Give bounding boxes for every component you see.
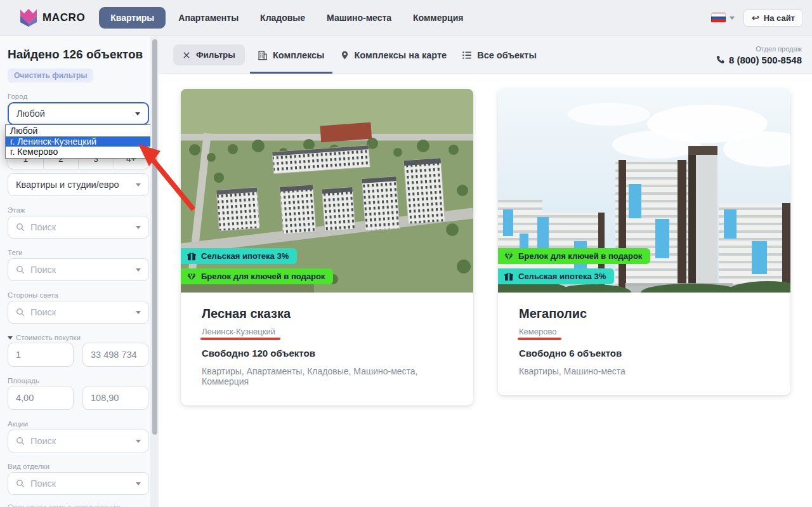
- clear-filters-button[interactable]: Очистить фильтры: [8, 69, 93, 82]
- return-arrow-icon: ↩: [752, 13, 759, 22]
- filters-sidebar: Найдено 126 объектов Очистить фильтры Го…: [0, 36, 151, 507]
- finish-label: Вид отделки: [8, 463, 150, 470]
- area-min-input[interactable]: 4,00: [8, 386, 74, 410]
- promo-badge-label: Сельская ипотека 3%: [201, 251, 289, 261]
- search-placeholder: Поиск: [30, 478, 56, 489]
- chevron-down-icon: [730, 16, 735, 20]
- collapse-caret-icon[interactable]: [8, 336, 13, 339]
- complex-photo: Брелок для ключей в подарок Сельская ипо…: [498, 89, 790, 293]
- search-placeholder: Поиск: [30, 436, 56, 446]
- complexes-list: Сельская ипотека 3% Брелок для ключей в …: [160, 74, 812, 507]
- nav-item-kladovye[interactable]: Кладовые: [251, 7, 314, 29]
- complex-card-lesnaya-skazka[interactable]: Сельская ипотека 3% Брелок для ключей в …: [181, 89, 473, 405]
- promo-badge: Сельская ипотека 3%: [498, 268, 614, 284]
- tab-all-objects[interactable]: Все объекты: [454, 36, 544, 74]
- price-min-input[interactable]: 1: [8, 343, 74, 367]
- floor-label: Этаж: [8, 206, 150, 214]
- search-placeholder: Поиск: [30, 265, 56, 275]
- price-max-input[interactable]: 33 498 734: [82, 343, 148, 367]
- sides-label: Стороны света: [8, 291, 150, 299]
- macro-logo-icon: [20, 8, 37, 27]
- gift-icon: [504, 272, 513, 281]
- sides-search-select[interactable]: Поиск: [8, 301, 149, 324]
- complex-title[interactable]: Мегаполис: [519, 306, 771, 321]
- city-select[interactable]: Любой: [8, 102, 149, 125]
- pin-icon: [340, 50, 350, 60]
- header-right: ↩ На сайт: [711, 10, 803, 27]
- promo-badge: Брелок для ключей в подарок: [181, 268, 333, 284]
- list-icon: [462, 50, 472, 60]
- complex-photo: Сельская ипотека 3% Брелок для ключей в …: [181, 89, 473, 293]
- sales-dept-label: Отдел продаж: [716, 45, 802, 53]
- filters-button-label: Фильтры: [196, 50, 235, 60]
- promo-search-select[interactable]: Поиск: [8, 430, 149, 452]
- city-option-kemerovo[interactable]: г. Кемерово: [6, 147, 151, 157]
- chevron-down-icon: [136, 183, 141, 187]
- logo[interactable]: MACRO: [20, 8, 85, 27]
- promo-badge-label: Брелок для ключей в подарок: [518, 251, 642, 261]
- language-switcher[interactable]: [711, 13, 735, 23]
- complex-info: Мегаполис Кемерово Свободно 6 объектов К…: [498, 293, 790, 395]
- floor-search-select[interactable]: Поиск: [8, 216, 149, 239]
- tab-complexes-on-map[interactable]: Комплексы на карте: [332, 36, 455, 74]
- property-type-select[interactable]: Квартиры и студии/евро: [8, 173, 149, 196]
- complex-title[interactable]: Лесная сказка: [202, 306, 454, 321]
- complex-city-annotated: Кемерово: [519, 327, 556, 336]
- gem-icon: [504, 252, 513, 261]
- to-site-label: На сайт: [764, 13, 795, 23]
- complex-info: Лесная сказка Ленинск-Кузнецкий Свободно…: [181, 293, 473, 405]
- tab-complexes-label: Комплексы: [273, 50, 325, 60]
- promo-badge: Сельская ипотека 3%: [181, 248, 297, 264]
- nav-item-kommerciya[interactable]: Коммерция: [404, 7, 472, 29]
- property-type-value: Квартиры и студии/евро: [16, 180, 119, 190]
- complex-city-annotated: Ленинск-Кузнецкий: [202, 327, 275, 336]
- chevron-down-icon: [136, 311, 141, 314]
- promo-badge-label: Сельская ипотека 3%: [518, 272, 606, 281]
- complex-categories: Квартиры, Апартаменты, Кладовые, Машино-…: [202, 366, 454, 386]
- sidebar-scrollbar-track[interactable]: [151, 36, 159, 507]
- sidebar-scrollbar-thumb[interactable]: [152, 39, 157, 435]
- chevron-down-icon: [136, 482, 141, 485]
- filters-toggle-button[interactable]: Фильтры: [173, 44, 245, 65]
- results-count-title: Найдено 126 объектов: [8, 48, 150, 62]
- nav-item-apartamenty[interactable]: Апартаменты: [169, 7, 247, 29]
- tags-search-select[interactable]: Поиск: [8, 258, 149, 281]
- chevron-down-icon: [136, 226, 141, 229]
- city-option-leninsk-kuznetsky[interactable]: г. Ленинск-Кузнецкий: [6, 136, 151, 147]
- tags-label: Теги: [8, 249, 150, 256]
- view-toolbar: Фильтры Комплексы Комплексы н: [159, 36, 812, 74]
- tab-complexes-on-map-label: Комплексы на карте: [355, 50, 447, 60]
- area-label: Площадь: [8, 377, 150, 385]
- view-tabs: Комплексы Комплексы на карте Все объекты: [250, 36, 544, 74]
- city-dropdown-list: Любой г. Ленинск-Кузнецкий г. Кемерово: [5, 124, 151, 159]
- chevron-down-icon: [135, 112, 140, 115]
- app-header: MACRO Квартиры Апартаменты Кладовые Маши…: [0, 0, 812, 36]
- tab-complexes[interactable]: Комплексы: [250, 36, 332, 74]
- available-objects-count: Свободно 120 объектов: [202, 348, 454, 359]
- city-option-any[interactable]: Любой: [6, 126, 151, 136]
- finish-search-select[interactable]: Поиск: [8, 472, 149, 495]
- chevron-down-icon: [136, 268, 141, 272]
- available-objects-count: Свободно 6 объектов: [519, 348, 771, 359]
- sales-contact: Отдел продаж 8 (800) 500-8548: [716, 45, 802, 65]
- to-site-button[interactable]: ↩ На сайт: [743, 10, 803, 27]
- nav-item-kvartiry[interactable]: Квартиры: [99, 7, 166, 29]
- promo-badge-label: Брелок для ключей в подарок: [201, 272, 325, 281]
- nav-item-mashino-mesta[interactable]: Машино-места: [318, 7, 400, 29]
- area-max-input[interactable]: 108,90: [82, 386, 148, 410]
- area-range: 4,00 108,90: [8, 386, 150, 410]
- tab-all-objects-label: Все объекты: [477, 50, 537, 60]
- search-placeholder: Поиск: [30, 307, 56, 317]
- sales-phone[interactable]: 8 (800) 500-8548: [716, 55, 802, 65]
- search-icon: [16, 437, 25, 445]
- price-label: Стоимость покупки: [8, 334, 150, 341]
- building-icon: [258, 50, 268, 60]
- close-icon: [183, 51, 190, 59]
- completion-date-label: Срок сдачи дома в эксплуатацию: [8, 503, 150, 507]
- gift-icon: [187, 252, 196, 261]
- sales-phone-number: 8 (800) 500-8548: [729, 55, 802, 65]
- main-nav: Квартиры Апартаменты Кладовые Машино-мес…: [99, 7, 472, 29]
- complex-card-megapolis[interactable]: Брелок для ключей в подарок Сельская ипо…: [498, 89, 790, 395]
- search-icon: [16, 265, 25, 274]
- city-label: Город: [8, 93, 150, 100]
